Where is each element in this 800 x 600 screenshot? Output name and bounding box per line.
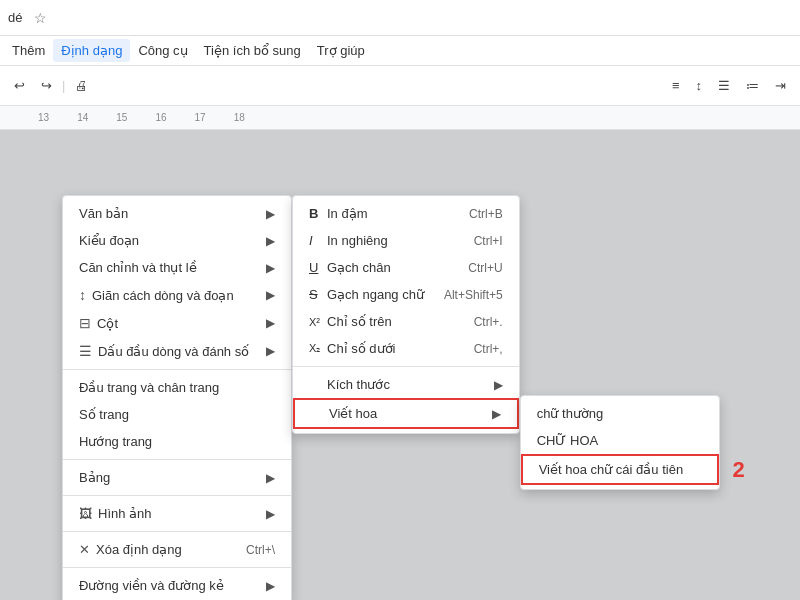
- toolbar-indent[interactable]: ⇥: [769, 74, 792, 97]
- toolbar-spacing[interactable]: ↕: [690, 74, 709, 97]
- menu-chu-thuong[interactable]: chữ thường: [521, 400, 719, 427]
- toolbar-list1[interactable]: ☰: [712, 74, 736, 97]
- divider: [63, 369, 291, 370]
- subscript-icon: X₂: [309, 342, 327, 355]
- menu-dau-dau-dong[interactable]: ☰ Dấu đầu dòng và đánh số ▶: [63, 337, 291, 365]
- line-spacing-icon: ↕: [79, 287, 86, 303]
- divider: [63, 495, 291, 496]
- document-title: dé: [8, 10, 22, 25]
- menu-tro-giup[interactable]: Trợ giúp: [309, 39, 373, 62]
- menu-in-nghieng[interactable]: I In nghiêng Ctrl+I: [293, 227, 519, 254]
- menu-dinh-dang[interactable]: Định dạng: [53, 39, 130, 62]
- menu-cot[interactable]: ⊟ Cột ▶: [63, 309, 291, 337]
- toolbar: ↩ ↪ | 🖨 ≡ ↕ ☰ ≔ ⇥: [0, 66, 800, 106]
- italic-icon: I: [309, 233, 327, 248]
- menu-chi-so-duoi[interactable]: X₂ Chỉ số dưới Ctrl+,: [293, 335, 519, 362]
- menu-dau-trang[interactable]: Đầu trang và chân trang: [63, 374, 291, 401]
- bold-icon: B: [309, 206, 327, 221]
- menu-so-trang[interactable]: Số trang: [63, 401, 291, 428]
- annotation-2: 2: [732, 457, 744, 483]
- list-icon: ☰: [79, 343, 92, 359]
- divider: [293, 366, 519, 367]
- menu-hinh-anh[interactable]: 🖼 Hình ảnh ▶: [63, 500, 291, 527]
- menu-cong-cu[interactable]: Công cụ: [130, 39, 195, 62]
- arrow-icon: ▶: [266, 316, 275, 330]
- toolbar-list2[interactable]: ≔: [740, 74, 765, 97]
- viet-hoa-submenu: chữ thường CHỮ HOA Viết hoa chữ cái đầu …: [520, 395, 720, 490]
- arrow-icon: ▶: [266, 579, 275, 593]
- menu-chi-so-tren[interactable]: X² Chỉ số trên Ctrl+.: [293, 308, 519, 335]
- arrow-icon: ▶: [494, 378, 503, 392]
- dropdown-container: Văn bản ▶ Kiểu đoạn ▶ Căn chỉnh và thụt …: [62, 195, 720, 600]
- toolbar-undo[interactable]: ↩: [8, 74, 31, 97]
- menu-kich-thuoc[interactable]: Kích thước ▶: [293, 371, 519, 398]
- arrow-icon: ▶: [266, 234, 275, 248]
- format-dropdown: Văn bản ▶ Kiểu đoạn ▶ Căn chỉnh và thụt …: [62, 195, 292, 600]
- underline-icon: U: [309, 260, 327, 275]
- submenu3-container: chữ thường CHỮ HOA Viết hoa chữ cái đầu …: [520, 395, 720, 490]
- menu-tien-ich[interactable]: Tiện ích bổ sung: [196, 39, 309, 62]
- arrow-icon: ▶: [492, 407, 501, 421]
- superscript-icon: X²: [309, 316, 327, 328]
- top-bar: dé ☆: [0, 0, 800, 36]
- image-icon: 🖼: [79, 506, 92, 521]
- ruler-numbers: 13 14 15 16 17 18: [38, 112, 245, 123]
- toolbar-redo[interactable]: ↪: [35, 74, 58, 97]
- columns-icon: ⊟: [79, 315, 91, 331]
- divider: [63, 459, 291, 460]
- menu-kieu-doan[interactable]: Kiểu đoạn ▶: [63, 227, 291, 254]
- menu-gian-cach[interactable]: ↕ Giãn cách dòng và đoạn ▶: [63, 281, 291, 309]
- menu-huong-trang[interactable]: Hướng trang: [63, 428, 291, 455]
- menu-bang[interactable]: Bảng ▶: [63, 464, 291, 491]
- ruler: 13 14 15 16 17 18: [0, 106, 800, 130]
- arrow-icon: ▶: [266, 288, 275, 302]
- text-submenu: B In đậm Ctrl+B I In nghiêng Ctrl+I U Gạ…: [292, 195, 520, 434]
- arrow-icon: ▶: [266, 344, 275, 358]
- strikethrough-icon: S: [309, 287, 327, 302]
- menu-viet-hoa[interactable]: Viết hoa ▶ 1: [293, 398, 519, 429]
- menu-can-chinh[interactable]: Căn chỉnh và thụt lề ▶: [63, 254, 291, 281]
- content-area: Văn bản ▶ Kiểu đoạn ▶ Căn chỉnh và thụt …: [0, 130, 800, 600]
- menu-duong-vien[interactable]: Đường viền và đường kẻ ▶: [63, 572, 291, 599]
- menu-xoa-dinh-dang[interactable]: ✕ Xóa định dạng Ctrl+\: [63, 536, 291, 563]
- menu-viet-hoa-dau-tien[interactable]: Viết hoa chữ cái đầu tiên 2: [521, 454, 719, 485]
- clear-format-icon: ✕: [79, 542, 90, 557]
- star-icon[interactable]: ☆: [34, 10, 47, 26]
- toolbar-print[interactable]: 🖨: [69, 74, 94, 97]
- submenu2-container: B In đậm Ctrl+B I In nghiêng Ctrl+I U Gạ…: [292, 195, 520, 434]
- menu-in-dam[interactable]: B In đậm Ctrl+B: [293, 200, 519, 227]
- menu-them[interactable]: Thêm: [4, 39, 53, 62]
- toolbar-align[interactable]: ≡: [666, 74, 686, 97]
- menu-gach-chan[interactable]: U Gạch chân Ctrl+U: [293, 254, 519, 281]
- menu-van-ban[interactable]: Văn bản ▶: [63, 200, 291, 227]
- arrow-icon: ▶: [266, 507, 275, 521]
- arrow-icon: ▶: [266, 207, 275, 221]
- divider: [63, 567, 291, 568]
- arrow-icon: ▶: [266, 471, 275, 485]
- menu-bar: Thêm Định dạng Công cụ Tiện ích bổ sung …: [0, 36, 800, 66]
- menu-chu-hoa[interactable]: CHỮ HOA: [521, 427, 719, 454]
- arrow-icon: ▶: [266, 261, 275, 275]
- divider: [63, 531, 291, 532]
- menu-gach-ngang[interactable]: S Gạch ngang chữ Alt+Shift+5: [293, 281, 519, 308]
